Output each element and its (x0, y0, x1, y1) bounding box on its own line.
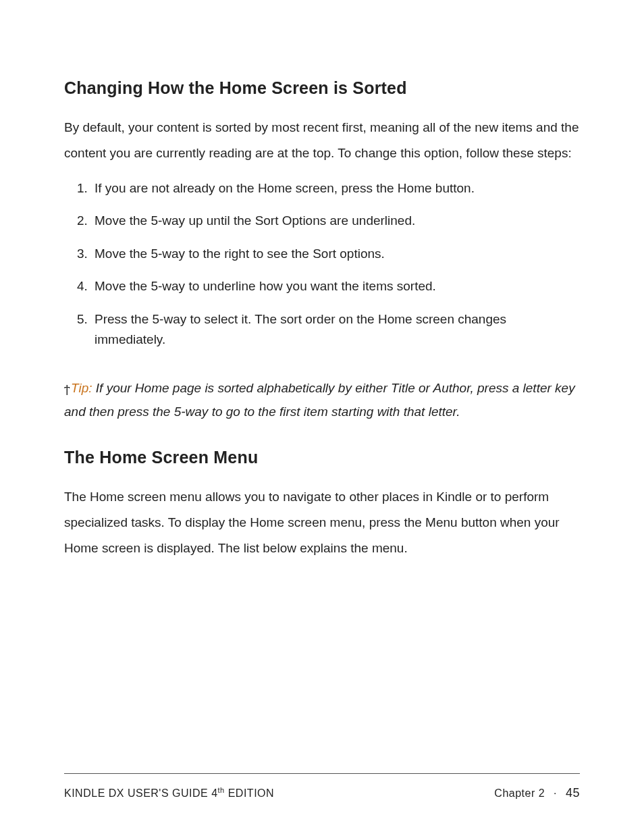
document-page: Changing How the Home Screen is Sorted B… (0, 0, 644, 834)
footer-page-number: 45 (566, 786, 580, 800)
tip-text: If your Home page is sorted alphabetical… (64, 381, 575, 418)
footer-right: Chapter 2 · 45 (494, 786, 580, 800)
footer-chapter: Chapter 2 (494, 787, 545, 799)
paragraph-sort-intro: By default, your content is sorted by mo… (64, 115, 580, 166)
tip-label: Tip: (71, 381, 92, 395)
page-footer: KINDLE DX USER'S GUIDE 4th EDITION Chapt… (64, 773, 580, 800)
footer-guide-title-pre: KINDLE DX USER'S GUIDE 4 (64, 787, 218, 799)
footer-row: KINDLE DX USER'S GUIDE 4th EDITION Chapt… (64, 786, 580, 800)
footer-separator-dot: · (554, 787, 557, 800)
footer-rule (64, 773, 580, 774)
footer-guide-title-post: EDITION (225, 787, 274, 799)
list-item: Press the 5-way to select it. The sort o… (91, 309, 580, 350)
list-item: Move the 5-way up until the Sort Options… (91, 211, 580, 231)
tip-icon: ϯ (64, 387, 70, 392)
heading-home-menu: The Home Screen Menu (64, 444, 580, 471)
footer-guide-title-sup: th (218, 786, 225, 794)
page-content: Changing How the Home Screen is Sorted B… (64, 74, 580, 561)
ordered-list-sort-steps: If you are not already on the Home scree… (64, 178, 580, 350)
list-item: Move the 5-way to underline how you want… (91, 276, 580, 296)
heading-changing-sort: Changing How the Home Screen is Sorted (64, 74, 580, 101)
list-item: Move the 5-way to the right to see the S… (91, 244, 580, 264)
list-item: If you are not already on the Home scree… (91, 178, 580, 199)
tip-block: ϯTip: If your Home page is sorted alphab… (64, 377, 580, 423)
paragraph-home-menu-intro: The Home screen menu allows you to navig… (64, 484, 580, 561)
footer-left: KINDLE DX USER'S GUIDE 4th EDITION (64, 786, 274, 800)
